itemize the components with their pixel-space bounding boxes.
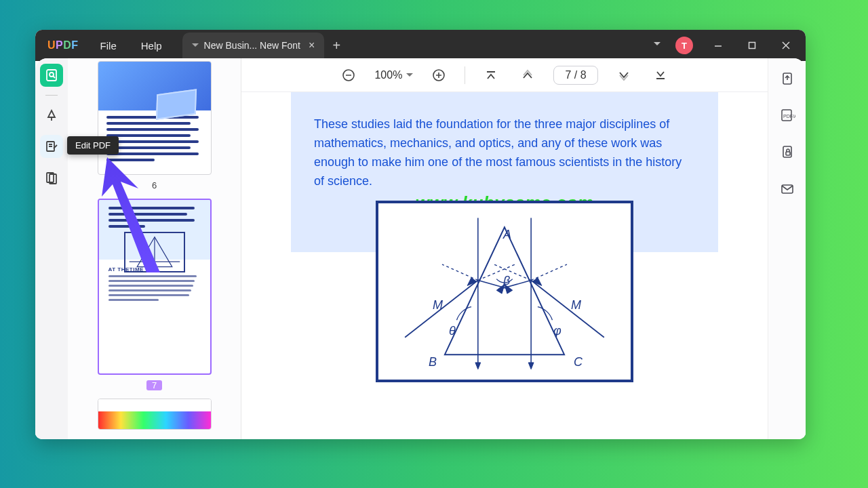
- page-paragraph: These studies laid the foundation for th…: [314, 115, 695, 191]
- window-minimize-button[interactable]: [704, 30, 732, 61]
- protect-button[interactable]: [776, 141, 798, 163]
- svg-line-36: [442, 264, 478, 280]
- thumbnail-panel: 6 AT THETIME: [68, 58, 241, 439]
- svg-rect-44: [786, 152, 790, 155]
- menu-file[interactable]: File: [91, 36, 126, 56]
- svg-marker-27: [528, 362, 534, 369]
- app-window: UPDF File Help New Busin... New Font × +…: [35, 30, 806, 439]
- edit-pdf-tooltip: Edit PDF: [67, 136, 119, 155]
- svg-rect-4: [47, 70, 56, 81]
- last-page-button[interactable]: [650, 64, 671, 86]
- menu-help[interactable]: Help: [132, 36, 172, 56]
- reader-tool-button[interactable]: [40, 64, 63, 87]
- toolbar-divider: [465, 66, 465, 84]
- zoom-in-button[interactable]: [428, 64, 450, 86]
- edit-pdf-tool-button[interactable]: Edit PDF: [40, 135, 63, 158]
- prism-diagram: A B C M M β θ φ: [376, 201, 633, 382]
- svg-line-30: [531, 280, 604, 337]
- viewer-toolbar: 100% 7 / 8: [241, 58, 768, 92]
- thumbnail-page-7[interactable]: AT THETIME: [98, 199, 212, 375]
- page-indicator[interactable]: 7 / 8: [553, 66, 597, 85]
- diagram-label-b: B: [429, 355, 437, 369]
- titlebar: UPDF File Help New Busin... New Font × +…: [35, 30, 806, 61]
- diagram-label-m1: M: [433, 298, 443, 312]
- first-page-button[interactable]: [480, 64, 502, 86]
- tab-caret-icon[interactable]: [192, 42, 199, 49]
- page-content: These studies laid the foundation for th…: [291, 92, 718, 382]
- window-close-button[interactable]: [772, 30, 800, 61]
- tab-close-icon[interactable]: ×: [306, 39, 317, 52]
- thumbnail-page-8[interactable]: [98, 399, 212, 430]
- right-tool-rail: PDF/A: [768, 58, 806, 439]
- next-page-button[interactable]: [613, 64, 635, 86]
- diagram-label-m2: M: [571, 298, 581, 312]
- svg-marker-23: [445, 227, 564, 354]
- diagram-label-theta: θ: [449, 324, 456, 338]
- left-tool-rail: Edit PDF: [35, 58, 68, 439]
- app-logo: UPDF: [41, 39, 85, 52]
- organize-tool-button[interactable]: [40, 166, 63, 189]
- add-tab-button[interactable]: +: [327, 36, 346, 55]
- diagram-label-a: A: [503, 228, 511, 242]
- zoom-level-dropdown[interactable]: 100%: [374, 69, 413, 81]
- titlebar-dropdown-icon[interactable]: [654, 42, 660, 49]
- svg-marker-25: [475, 362, 481, 369]
- diagram-label-phi: φ: [553, 324, 561, 338]
- svg-text:PDF/A: PDF/A: [783, 114, 795, 119]
- zoom-out-button[interactable]: [338, 64, 359, 86]
- prev-page-button[interactable]: [517, 64, 538, 86]
- svg-line-6: [53, 76, 55, 78]
- thumbnail-label-6: 6: [152, 180, 157, 190]
- avatar[interactable]: T: [675, 37, 693, 54]
- document-tab[interactable]: New Busin... New Font ×: [182, 33, 325, 58]
- annotate-tool-button[interactable]: [40, 104, 63, 127]
- export-button[interactable]: [776, 68, 798, 89]
- page-viewport[interactable]: These studies laid the foundation for th…: [241, 92, 768, 439]
- zoom-level-label: 100%: [374, 69, 402, 81]
- svg-rect-1: [749, 43, 755, 49]
- thumbnail-page-6[interactable]: [98, 61, 212, 175]
- diagram-label-beta: β: [503, 274, 510, 288]
- window-maximize-button[interactable]: [738, 30, 766, 61]
- thumbnail-label-7: 7: [146, 380, 162, 390]
- diagram-label-c: C: [574, 355, 583, 369]
- pdfa-button[interactable]: PDF/A: [776, 104, 798, 126]
- svg-line-39: [531, 264, 567, 280]
- tab-title: New Busin... New Font: [204, 40, 300, 51]
- chevron-down-icon: [406, 73, 413, 80]
- share-mail-button[interactable]: [776, 178, 798, 199]
- rail-separator: [45, 95, 58, 96]
